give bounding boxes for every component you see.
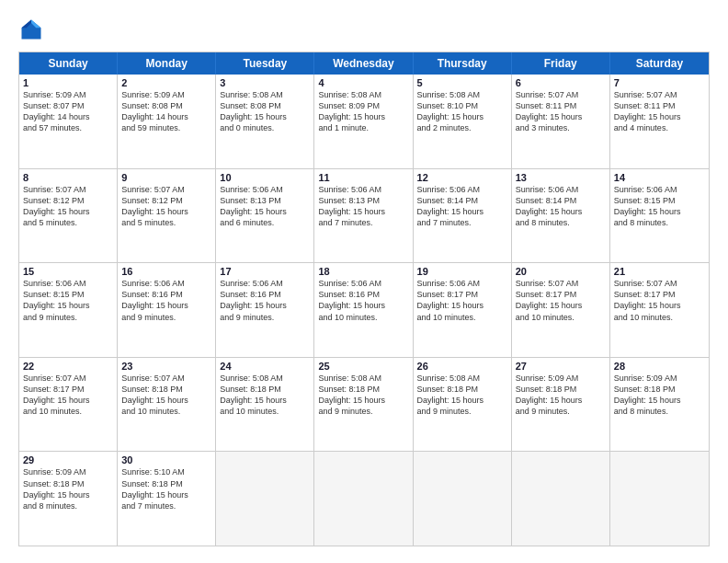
page: SundayMondayTuesdayWednesdayThursdayFrid…: [0, 0, 728, 563]
day-info-line: Sunset: 8:13 PM: [318, 195, 408, 206]
day-info-line: Sunrise: 5:06 AM: [318, 278, 408, 289]
day-info-line: Daylight: 15 hours: [220, 300, 310, 311]
day-info-line: Daylight: 15 hours: [23, 489, 113, 500]
day-info-line: Daylight: 15 hours: [417, 300, 507, 311]
day-info-line: and 10 minutes.: [318, 312, 408, 323]
day-number: 6: [516, 77, 606, 88]
day-info-line: Daylight: 15 hours: [220, 395, 310, 406]
day-info-line: Daylight: 15 hours: [121, 489, 211, 500]
day-info-line: Sunset: 8:14 PM: [516, 195, 606, 206]
day-info-line: and 0 minutes.: [220, 122, 310, 133]
calendar-day-5: 5Sunrise: 5:08 AMSunset: 8:10 PMDaylight…: [414, 75, 512, 168]
day-info-line: Daylight: 15 hours: [318, 300, 408, 311]
calendar-day-11: 11Sunrise: 5:06 AMSunset: 8:13 PMDayligh…: [314, 169, 413, 263]
day-info-line: Daylight: 15 hours: [121, 206, 211, 217]
day-info-line: Sunset: 8:12 PM: [121, 195, 211, 206]
day-info-line: Daylight: 15 hours: [23, 395, 113, 406]
day-number: 15: [23, 266, 113, 277]
day-info-line: and 10 minutes.: [23, 406, 113, 417]
day-info-line: Daylight: 15 hours: [417, 206, 507, 217]
day-info-line: Daylight: 15 hours: [614, 111, 705, 122]
calendar-day-18: 18Sunrise: 5:06 AMSunset: 8:16 PMDayligh…: [314, 263, 413, 357]
day-info-line: and 1 minute.: [318, 122, 408, 133]
calendar-day-9: 9Sunrise: 5:07 AMSunset: 8:12 PMDaylight…: [118, 169, 216, 263]
day-info-line: Daylight: 15 hours: [614, 395, 705, 406]
day-info-line: Sunset: 8:18 PM: [614, 384, 705, 395]
day-info-line: Sunset: 8:14 PM: [417, 195, 507, 206]
day-info-line: Sunrise: 5:08 AM: [417, 373, 507, 384]
day-info-line: Daylight: 15 hours: [23, 300, 113, 311]
day-info-line: Sunrise: 5:09 AM: [614, 373, 705, 384]
cal-header-saturday: Saturday: [610, 52, 709, 75]
day-info-line: Sunset: 8:13 PM: [220, 195, 310, 206]
calendar-empty-cell: [216, 452, 314, 546]
day-info-line: and 9 minutes.: [121, 312, 211, 323]
day-info-line: Sunset: 8:11 PM: [516, 100, 606, 111]
day-info-line: Daylight: 15 hours: [318, 206, 408, 217]
day-number: 25: [318, 361, 408, 372]
day-number: 29: [23, 454, 113, 465]
day-info-line: Sunset: 8:16 PM: [220, 289, 310, 300]
day-info-line: Sunrise: 5:07 AM: [614, 89, 705, 100]
day-info-line: and 8 minutes.: [23, 500, 113, 511]
calendar-week-3: 15Sunrise: 5:06 AMSunset: 8:15 PMDayligh…: [19, 263, 709, 358]
day-info-line: Daylight: 15 hours: [220, 111, 310, 122]
day-info-line: Sunrise: 5:07 AM: [516, 89, 606, 100]
calendar-day-23: 23Sunrise: 5:07 AMSunset: 8:18 PMDayligh…: [118, 358, 216, 452]
header: [18, 17, 710, 42]
calendar-empty-cell: [314, 452, 413, 546]
day-number: 1: [23, 77, 113, 88]
day-info-line: Sunset: 8:18 PM: [23, 478, 113, 489]
cal-header-monday: Monday: [118, 52, 216, 75]
calendar-header: SundayMondayTuesdayWednesdayThursdayFrid…: [19, 52, 709, 75]
day-info-line: and 6 minutes.: [220, 217, 310, 228]
calendar-day-25: 25Sunrise: 5:08 AMSunset: 8:18 PMDayligh…: [314, 358, 413, 452]
calendar-day-8: 8Sunrise: 5:07 AMSunset: 8:12 PMDaylight…: [19, 169, 118, 263]
day-info-line: Daylight: 15 hours: [121, 300, 211, 311]
calendar-week-4: 22Sunrise: 5:07 AMSunset: 8:17 PMDayligh…: [19, 358, 709, 453]
day-info-line: Sunset: 8:18 PM: [121, 478, 211, 489]
day-number: 27: [516, 361, 606, 372]
calendar-day-4: 4Sunrise: 5:08 AMSunset: 8:09 PMDaylight…: [314, 75, 413, 168]
day-info-line: Daylight: 14 hours: [121, 111, 211, 122]
day-info-line: and 9 minutes.: [318, 406, 408, 417]
cal-header-friday: Friday: [512, 52, 610, 75]
day-info-line: Sunrise: 5:09 AM: [516, 373, 606, 384]
day-number: 5: [417, 77, 507, 88]
day-info-line: Sunset: 8:08 PM: [121, 100, 211, 111]
day-info-line: and 10 minutes.: [220, 406, 310, 417]
day-info-line: Sunrise: 5:08 AM: [220, 89, 310, 100]
calendar-day-19: 19Sunrise: 5:06 AMSunset: 8:17 PMDayligh…: [414, 263, 512, 357]
day-number: 20: [516, 266, 606, 277]
day-info-line: and 8 minutes.: [614, 217, 705, 228]
day-info-line: Sunrise: 5:08 AM: [220, 373, 310, 384]
day-info-line: and 5 minutes.: [23, 217, 113, 228]
day-info-line: and 7 minutes.: [121, 500, 211, 511]
cal-header-sunday: Sunday: [19, 52, 118, 75]
day-info-line: Sunset: 8:09 PM: [318, 100, 408, 111]
day-info-line: Sunset: 8:18 PM: [516, 384, 606, 395]
day-number: 28: [614, 361, 705, 372]
calendar-day-3: 3Sunrise: 5:08 AMSunset: 8:08 PMDaylight…: [216, 75, 314, 168]
day-info-line: and 2 minutes.: [417, 122, 507, 133]
day-info-line: Daylight: 15 hours: [516, 206, 606, 217]
calendar-week-2: 8Sunrise: 5:07 AMSunset: 8:12 PMDaylight…: [19, 169, 709, 264]
day-info-line: Daylight: 14 hours: [23, 111, 113, 122]
cal-header-tuesday: Tuesday: [216, 52, 314, 75]
calendar-day-15: 15Sunrise: 5:06 AMSunset: 8:15 PMDayligh…: [19, 263, 118, 357]
calendar-day-6: 6Sunrise: 5:07 AMSunset: 8:11 PMDaylight…: [512, 75, 610, 168]
day-info-line: Sunset: 8:10 PM: [417, 100, 507, 111]
day-info-line: Sunset: 8:18 PM: [417, 384, 507, 395]
day-info-line: and 10 minutes.: [121, 406, 211, 417]
day-info-line: and 8 minutes.: [614, 406, 705, 417]
day-info-line: Sunset: 8:18 PM: [220, 384, 310, 395]
day-info-line: Sunrise: 5:09 AM: [23, 89, 113, 100]
day-number: 13: [516, 172, 606, 183]
day-info-line: Sunrise: 5:07 AM: [516, 278, 606, 289]
day-info-line: Sunrise: 5:10 AM: [121, 466, 211, 477]
day-number: 24: [220, 361, 310, 372]
calendar-day-21: 21Sunrise: 5:07 AMSunset: 8:17 PMDayligh…: [610, 263, 709, 357]
day-number: 2: [121, 77, 211, 88]
calendar-day-20: 20Sunrise: 5:07 AMSunset: 8:17 PMDayligh…: [512, 263, 610, 357]
day-number: 21: [614, 266, 705, 277]
